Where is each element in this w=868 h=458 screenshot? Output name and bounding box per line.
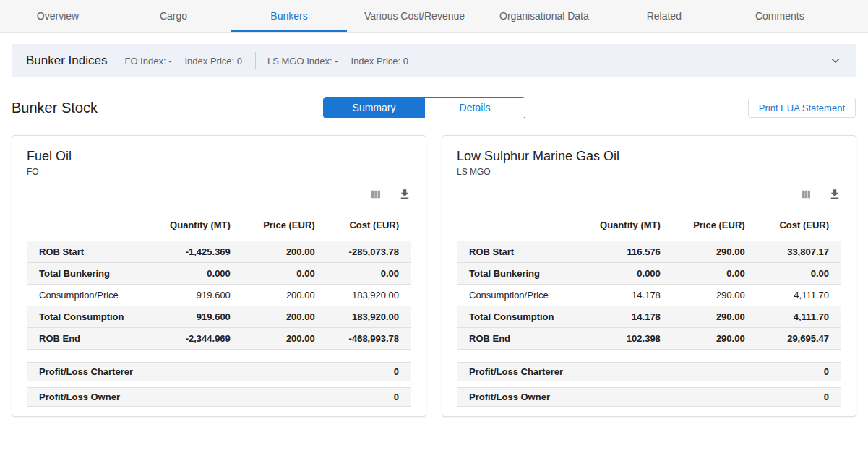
download-icon[interactable] — [398, 188, 411, 201]
table-row: ROB Start 116.576290.0033,807.17 — [457, 241, 841, 263]
profit-loss-label: Profit/Loss Charterer — [39, 366, 133, 377]
profit-loss-row: Profit/Loss Owner 0 — [27, 387, 411, 407]
ls-mgo-index-value: LS MGO Index: - — [267, 56, 338, 66]
row-value: 116.576 — [588, 241, 672, 263]
bunker-card-ls-mgo: Low Sulphur Marine Gas Oil LS MGO Quanti… — [442, 135, 856, 417]
bunker-stock-header: Bunker Stock Summary Details Print EUA S… — [0, 96, 868, 119]
column-header: Quantity (MT) — [588, 209, 672, 241]
profit-loss-label: Profit/Loss Charterer — [469, 366, 563, 377]
row-value: 0.00 — [672, 263, 757, 285]
divider — [255, 52, 256, 69]
row-value: 0.00 — [757, 263, 841, 285]
row-value: 200.00 — [242, 306, 327, 328]
row-value: 919.600 — [158, 306, 242, 328]
table-row: Total Consumption 919.600200.00183,920.0… — [27, 306, 411, 328]
card-subtitle: LS MGO — [457, 167, 841, 177]
card-title: Fuel Oil — [27, 149, 411, 164]
top-tab-bar: Overview Cargo Bunkers Various Cost/Reve… — [0, 0, 868, 33]
card-subtitle: FO — [27, 167, 411, 177]
row-value: 200.00 — [242, 285, 327, 306]
row-label: Total Bunkering — [457, 263, 588, 285]
table-row: ROB End -2,344.969200.00-468,993.78 — [27, 328, 411, 350]
row-value: 4,111.70 — [757, 306, 841, 328]
card-title: Low Sulphur Marine Gas Oil — [457, 149, 841, 164]
row-value: 290.00 — [672, 328, 757, 350]
profit-loss-label: Profit/Loss Owner — [469, 392, 550, 402]
profit-loss-value: 0 — [394, 392, 399, 402]
profit-loss-value: 0 — [824, 392, 829, 402]
table-row: ROB End 102.398290.0029,695.47 — [457, 328, 841, 350]
row-value: 33,807.17 — [757, 241, 841, 263]
row-value: -2,344.969 — [158, 328, 242, 350]
table-row: Total Bunkering 0.0000.000.00 — [457, 263, 841, 285]
row-label: Consumption/Price — [457, 285, 588, 306]
view-toggle: Summary Details — [323, 97, 525, 118]
row-value: 0.00 — [242, 263, 327, 285]
details-toggle-button[interactable]: Details — [424, 98, 525, 118]
print-eua-statement-button[interactable]: Print EUA Statement — [748, 98, 856, 118]
tab-cargo[interactable]: Cargo — [116, 0, 231, 32]
row-value: -285,073.78 — [327, 241, 411, 263]
table-row: ROB Start -1,425.369200.00-285,073.78 — [27, 241, 411, 263]
row-value: 29,695.47 — [757, 328, 841, 350]
profit-loss-row: Profit/Loss Charterer 0 — [27, 362, 411, 381]
bunker-indices-bar[interactable]: Bunker Indices FO Index: - Index Price: … — [12, 44, 856, 77]
row-value: 0.00 — [327, 263, 411, 285]
row-value: 290.00 — [672, 285, 757, 306]
tab-various-cost-revenue[interactable]: Various Cost/Revenue — [347, 0, 482, 32]
row-label: Consumption/Price — [27, 285, 158, 306]
download-icon[interactable] — [828, 188, 841, 201]
row-label: ROB End — [457, 328, 588, 350]
column-header: Price (EUR) — [242, 209, 327, 241]
row-label: ROB Start — [27, 241, 158, 263]
profit-loss-row: Profit/Loss Owner 0 — [457, 387, 841, 407]
row-value: 200.00 — [242, 241, 327, 263]
profit-loss-row: Profit/Loss Charterer 0 — [457, 362, 841, 381]
tab-related[interactable]: Related — [606, 0, 722, 32]
card-toolbar — [457, 187, 841, 202]
table-row: Total Bunkering 0.0000.000.00 — [27, 263, 411, 285]
table-header-row: Quantity (MT)Price (EUR)Cost (EUR) — [27, 209, 411, 241]
table-row: Total Consumption 14.178290.004,111.70 — [457, 306, 841, 328]
columns-icon[interactable] — [799, 188, 812, 201]
row-label-header — [27, 209, 158, 241]
row-value: 919.600 — [158, 285, 242, 306]
row-value: 14.178 — [588, 285, 672, 306]
row-value: -468,993.78 — [327, 328, 411, 350]
profit-loss-value: 0 — [824, 366, 829, 377]
tab-organisational-data[interactable]: Organisational Data — [482, 0, 606, 32]
profit-loss-label: Profit/Loss Owner — [39, 392, 120, 402]
row-value: 290.00 — [672, 306, 757, 328]
column-header: Cost (EUR) — [327, 209, 411, 241]
row-value: -1,425.369 — [158, 241, 242, 263]
page-title: Bunker Stock — [12, 100, 98, 116]
row-value: 290.00 — [672, 241, 757, 263]
tab-comments[interactable]: Comments — [722, 0, 838, 32]
row-label: Total Consumption — [457, 306, 588, 328]
table-row: Consumption/Price 919.600200.00183,920.0… — [27, 285, 411, 306]
column-header: Price (EUR) — [672, 209, 757, 241]
row-value: 102.398 — [588, 328, 672, 350]
row-label: ROB Start — [457, 241, 588, 263]
profit-loss-value: 0 — [394, 366, 399, 377]
table-row: Consumption/Price 14.178290.004,111.70 — [457, 285, 841, 306]
bunker-indices-title: Bunker Indices — [26, 53, 107, 68]
row-value: 0.000 — [158, 263, 242, 285]
row-value: 14.178 — [588, 306, 672, 328]
column-header: Quantity (MT) — [158, 209, 242, 241]
row-label: Total Bunkering — [27, 263, 158, 285]
chevron-down-icon[interactable] — [829, 54, 842, 67]
bunker-table: Quantity (MT)Price (EUR)Cost (EUR) ROB S… — [457, 209, 841, 350]
columns-icon[interactable] — [369, 188, 382, 201]
table-header-row: Quantity (MT)Price (EUR)Cost (EUR) — [457, 209, 841, 241]
summary-toggle-button[interactable]: Summary — [324, 98, 424, 118]
row-label-header — [457, 209, 588, 241]
fo-index-price: Index Price: 0 — [184, 56, 242, 66]
bunker-table: Quantity (MT)Price (EUR)Cost (EUR) ROB S… — [27, 209, 411, 350]
column-header: Cost (EUR) — [757, 209, 841, 241]
row-value: 4,111.70 — [757, 285, 841, 306]
tab-bunkers[interactable]: Bunkers — [231, 0, 347, 32]
bunker-card-fo: Fuel Oil FO Quantity (MT)Price (EUR)Cost… — [12, 135, 426, 417]
ls-mgo-index-price: Index Price: 0 — [351, 56, 409, 66]
tab-overview[interactable]: Overview — [0, 0, 116, 32]
